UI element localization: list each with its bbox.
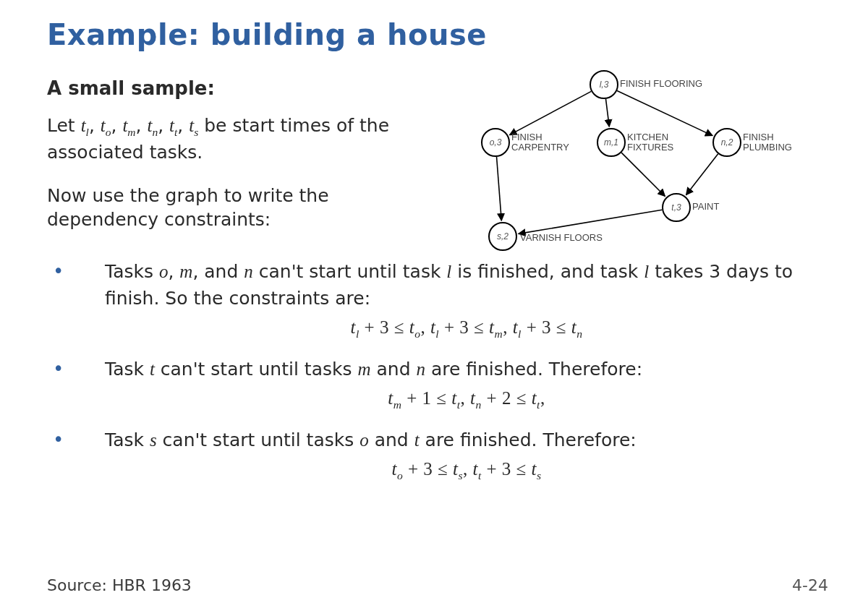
slide-title: Example: building a house (47, 18, 828, 51)
node-n: n,2 (712, 128, 741, 157)
bullet-equation: tl + 3 ≤ to, tl + 3 ≤ tm, tl + 3 ≤ tn (105, 315, 828, 342)
paragraph-1: Let tl, to, tm, tn, tt, ts be start time… (47, 114, 409, 165)
right-column: l,3FINISH FLOORINGo,3FINISHCARPENTRYm,1K… (430, 77, 828, 251)
two-column: A small sample: Let tl, to, tm, tn, tt, … (47, 77, 828, 251)
edge-t-s (519, 210, 663, 234)
edge-n-t (686, 154, 718, 195)
edge-o-s (497, 157, 502, 221)
node-l: l,3 (590, 70, 618, 99)
node-label-m: KITCHENFIXTURES (627, 132, 673, 153)
node-s: s,2 (488, 222, 517, 251)
bullet-2: Task t can't start until tasks m and n a… (47, 356, 828, 414)
edge-l-o (509, 91, 591, 134)
slide-number: 4-24 (792, 576, 828, 594)
source-text: Source: HBR 1963 (47, 576, 192, 594)
bullet-list: Tasks o, m, and n can't start until task… (47, 258, 828, 484)
edge-l-n (617, 91, 712, 136)
bullet-text: Tasks o, m, and n can't start until task… (105, 261, 793, 309)
node-o: o,3 (481, 128, 510, 157)
node-label-n: FINISHPLUMBING (743, 132, 792, 153)
node-label-o: FINISHCARPENTRY (511, 132, 569, 153)
bullet-1: Tasks o, m, and n can't start until task… (47, 258, 828, 342)
edge-m-t (621, 153, 665, 196)
left-column: A small sample: Let tl, to, tm, tn, tt, … (47, 77, 409, 251)
slide: Example: building a house A small sample… (47, 18, 828, 594)
node-t: t,3 (662, 193, 691, 222)
bullet-text: Task t can't start until tasks m and n a… (105, 359, 642, 380)
bullet-equation: tm + 1 ≤ tt, tn + 2 ≤ tt, (105, 385, 828, 413)
bullet-3: Task s can't start until tasks o and t a… (47, 427, 828, 484)
slide-footer: Source: HBR 1963 4-24 (47, 576, 828, 594)
node-label-s: VARNISH FLOORS (520, 233, 603, 243)
paragraph-2: Now use the graph to write the dependenc… (47, 184, 409, 233)
node-m: m,1 (597, 128, 626, 157)
node-label-l: FINISH FLOORING (620, 79, 702, 89)
node-label-t: PAINT (692, 202, 719, 212)
subhead: A small sample: (47, 77, 409, 99)
bullet-text: Task s can't start until tasks o and t a… (105, 429, 637, 450)
dependency-graph: l,3FINISH FLOORINGo,3FINISHCARPENTRYm,1K… (430, 70, 821, 258)
bullet-equation: to + 3 ≤ ts, tt + 3 ≤ ts (105, 456, 828, 484)
edge-l-m (605, 99, 609, 127)
